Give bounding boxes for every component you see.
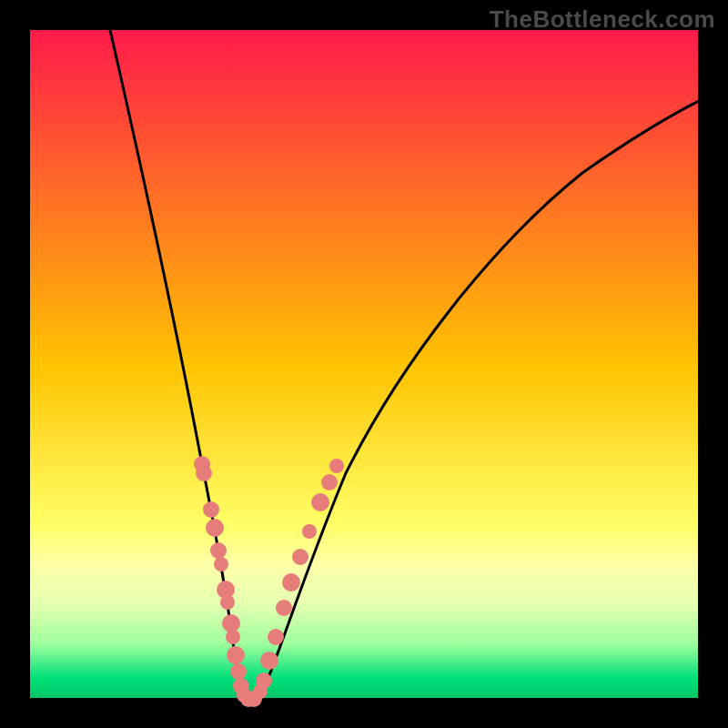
svg-point-20	[276, 600, 292, 616]
svg-point-3	[206, 519, 224, 537]
svg-point-18	[260, 652, 278, 670]
svg-point-8	[222, 614, 240, 632]
svg-point-9	[226, 630, 240, 644]
svg-point-11	[230, 663, 247, 680]
chart-frame: TheBottleneck.com	[0, 0, 728, 728]
plot-background	[30, 30, 698, 698]
svg-point-5	[214, 557, 228, 571]
chart-svg	[0, 0, 728, 728]
watermark-text: TheBottleneck.com	[490, 5, 715, 34]
svg-point-19	[268, 629, 284, 645]
svg-point-26	[329, 459, 344, 473]
svg-point-23	[302, 524, 317, 539]
svg-point-2	[203, 501, 219, 518]
svg-point-1	[196, 465, 212, 481]
svg-point-24	[311, 493, 329, 511]
svg-point-25	[321, 474, 338, 490]
svg-point-22	[292, 549, 308, 565]
svg-point-17	[256, 672, 272, 689]
svg-point-7	[220, 595, 235, 610]
svg-point-21	[282, 573, 300, 592]
svg-point-10	[227, 646, 245, 664]
svg-point-4	[210, 542, 227, 559]
